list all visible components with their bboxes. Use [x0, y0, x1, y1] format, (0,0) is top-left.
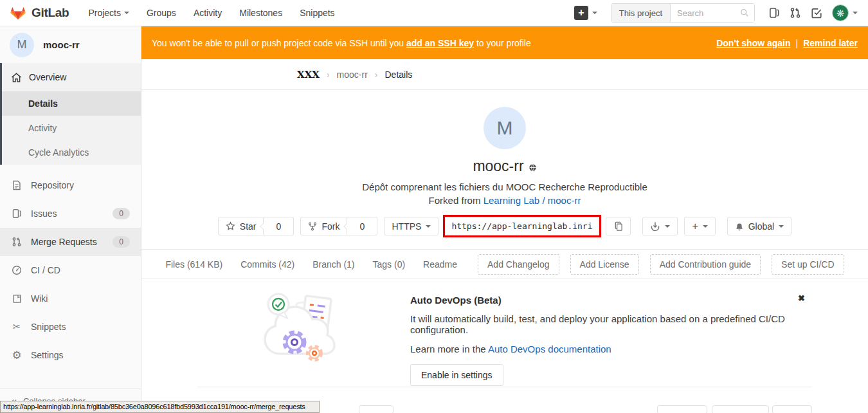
nav-activity[interactable]: Activity [194, 8, 222, 18]
forked-prefix: Forked from [429, 195, 484, 206]
branch-selector-partial[interactable] [359, 405, 393, 413]
add-ssh-key-link[interactable]: add an SSH key [406, 38, 474, 48]
sidebar-item-label: Settings [31, 350, 64, 360]
bell-icon [735, 222, 744, 231]
auto-devops-doc-link[interactable]: Auto DevOps documentation [488, 344, 611, 354]
auto-devops-illustration [261, 287, 339, 365]
learn-more-prefix: Learn more in the [410, 344, 488, 354]
ssh-warning-banner: You won't be able to pull or push projec… [141, 26, 868, 59]
sidebar-project-name: mooc-rr [43, 39, 80, 50]
add-license-button[interactable]: Add License [570, 254, 639, 275]
setup-cicd-button[interactable]: Set up CI/CD [772, 254, 844, 275]
copy-url-button[interactable] [606, 217, 631, 235]
issues-icon[interactable] [768, 7, 780, 19]
sidebar-item-ci-cd[interactable]: CI / CD [0, 256, 141, 284]
close-icon[interactable]: ✖ [798, 293, 805, 303]
sidebar-item-activity[interactable]: Activity [0, 116, 141, 140]
file-action-button-partial[interactable] [712, 405, 769, 413]
tab-tags[interactable]: Tags (0) [373, 259, 406, 270]
sidebar-item-issues[interactable]: Issues 0 [0, 199, 141, 228]
tab-branch[interactable]: Branch (1) [312, 259, 354, 270]
auto-devops-title: Auto DevOps (Beta) [410, 295, 822, 306]
brand-wordmark: GitLab [32, 6, 69, 20]
breadcrumb-group[interactable]: XXX [297, 69, 320, 80]
navbar-right: + This project ❋ [574, 3, 858, 23]
user-menu[interactable]: ❋ [832, 5, 858, 21]
merge-requests-icon [11, 237, 23, 247]
merge-requests-icon[interactable] [790, 7, 801, 19]
sidebar-item-label: Repository [31, 180, 74, 190]
breadcrumb-project[interactable]: mooc-rr [337, 69, 368, 80]
nav-milestones[interactable]: Milestones [239, 8, 282, 18]
gitlab-logo[interactable]: GitLab [10, 6, 69, 21]
todos-icon[interactable] [811, 7, 822, 19]
dont-show-again-link[interactable]: Don't show again [716, 38, 790, 48]
document-icon [11, 180, 23, 190]
file-action-button-partial[interactable] [657, 405, 707, 413]
auto-devops-description: It will automatically build, test, and d… [410, 313, 822, 335]
sidebar-item-snippets[interactable]: ✂ Snippets [0, 313, 141, 341]
star-button[interactable]: Star [218, 217, 264, 235]
sidebar-item-wiki[interactable]: Wiki [0, 284, 141, 313]
sidebar-item-details[interactable]: Details [0, 91, 141, 116]
fork-count[interactable]: 0 [347, 217, 377, 235]
remind-later-link[interactable]: Remind later [803, 38, 858, 48]
book-icon [11, 294, 23, 304]
sidebar-item-merge-requests[interactable]: Merge Requests 0 [0, 228, 141, 256]
project-sidebar: M mooc-rr Overview Details Activity Cycl… [0, 26, 141, 413]
sidebar-item-label: Issues [31, 208, 57, 219]
gauge-icon [11, 265, 23, 275]
chevron-down-icon [124, 12, 129, 14]
avatar: ❋ [832, 5, 849, 21]
tab-commits[interactable]: Commits (42) [240, 259, 294, 270]
new-menu-button[interactable]: + [574, 6, 597, 20]
sidebar-item-repository[interactable]: Repository [0, 171, 141, 199]
banner-message: You won't be able to pull or push projec… [152, 38, 531, 48]
sidebar-item-overview[interactable]: Overview [0, 63, 141, 91]
nav-projects[interactable]: Projects [88, 8, 129, 18]
sidebar-item-label: Wiki [31, 293, 48, 304]
search-scope-label: This project [611, 4, 671, 22]
notification-label: Global [748, 221, 774, 232]
scissors-icon: ✂ [11, 321, 23, 333]
project-avatar: M [10, 33, 34, 57]
add-contribution-guide-button[interactable]: Add Contribution guide [650, 254, 761, 275]
sidebar-item-cycle-analytics[interactable]: Cycle Analytics [0, 140, 141, 165]
public-globe-icon [529, 163, 537, 172]
tab-files[interactable]: Files (614 KB) [165, 259, 222, 270]
protocol-dropdown[interactable]: HTTPS [384, 217, 439, 235]
forked-from-link[interactable]: Learning Lab / mooc-rr [484, 195, 581, 206]
project-actions: Star 0 Fork 0 HTTPS [141, 217, 868, 235]
add-new-dropdown[interactable]: + [684, 217, 715, 235]
auto-devops-learn-more: Learn more in the Auto DevOps documentat… [410, 344, 822, 354]
chevron-down-icon [592, 12, 597, 14]
download-icon [650, 221, 660, 232]
nav-groups[interactable]: Groups [147, 8, 176, 18]
top-navbar: GitLab Projects Groups Activity Mileston… [0, 0, 868, 26]
tanuki-icon [10, 6, 26, 21]
banner-text-after: to your profile [474, 38, 531, 48]
page-title: mooc-rr [473, 158, 523, 175]
home-icon [11, 72, 22, 83]
clipboard-icon [613, 221, 623, 231]
sidebar-item-settings[interactable]: ⚙ Settings [0, 341, 141, 369]
sidebar-project-header[interactable]: M mooc-rr [0, 26, 141, 63]
section-divider [197, 387, 812, 387]
project-stats-bar: Files (614 KB) Commits (42) Branch (1) T… [141, 249, 868, 279]
star-count[interactable]: 0 [264, 217, 294, 235]
primary-nav: Projects Groups Activity Milestones Snip… [88, 8, 334, 18]
chevron-down-icon [426, 225, 431, 228]
file-action-button-partial[interactable] [772, 405, 812, 413]
plus-icon: + [574, 6, 588, 20]
clone-url-input[interactable] [445, 217, 599, 235]
download-dropdown[interactable] [642, 217, 678, 235]
fork-icon [308, 222, 317, 231]
nav-snippets[interactable]: Snippets [300, 8, 334, 18]
fork-button[interactable]: Fork [300, 217, 347, 235]
search-icon [740, 8, 749, 17]
tab-readme[interactable]: Readme [423, 259, 457, 270]
add-changelog-button[interactable]: Add Changelog [478, 254, 559, 275]
enable-in-settings-button[interactable]: Enable in settings [410, 364, 503, 386]
notification-dropdown[interactable]: Global [727, 217, 791, 235]
sidebar-item-label: CI / CD [31, 265, 60, 275]
